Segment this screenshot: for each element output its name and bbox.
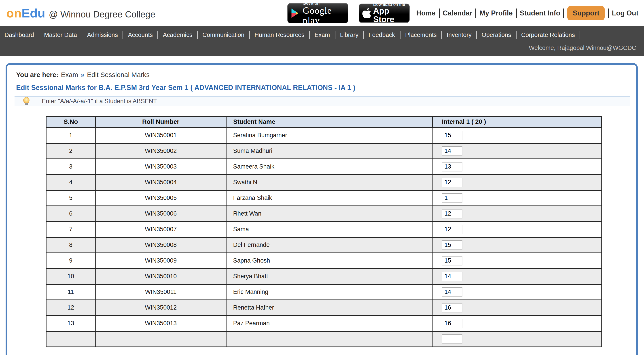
- menu-item-exam[interactable]: Exam: [314, 32, 330, 39]
- roll-number-cell: [96, 331, 226, 347]
- menu-item-accounts[interactable]: Accounts: [128, 32, 153, 39]
- sno-cell: 2: [46, 143, 96, 159]
- top-nav-home[interactable]: Home: [416, 9, 436, 17]
- student-name-cell: Del Fernande: [226, 237, 433, 253]
- menu-separator: [516, 31, 516, 39]
- roll-number-cell: WIN350009: [96, 253, 226, 269]
- mark-input[interactable]: [442, 146, 462, 156]
- sno-cell: 10: [46, 269, 96, 284]
- mark-input[interactable]: [442, 287, 462, 297]
- roll-number-cell: WIN350003: [96, 159, 226, 175]
- mark-input[interactable]: [442, 131, 462, 140]
- sno-cell: 12: [46, 300, 96, 316]
- top-nav-support[interactable]: Support: [567, 6, 605, 20]
- menu-separator: [158, 31, 158, 39]
- mark-input[interactable]: [442, 272, 462, 281]
- table-row: 12WIN350012Renetta Hafner: [46, 300, 602, 316]
- table-row: 8WIN350008Del Fernande: [46, 237, 602, 253]
- student-name-cell: Farzana Shaik: [226, 190, 433, 206]
- mark-input[interactable]: [442, 334, 462, 344]
- marks-table-body: 1WIN350001Serafina Bumgarner2WIN350002Su…: [46, 128, 602, 347]
- breadcrumb-separator-icon: »: [80, 71, 84, 79]
- mark-input[interactable]: [442, 162, 462, 171]
- mark-cell: [433, 331, 602, 347]
- mark-input[interactable]: [442, 209, 462, 218]
- menu-separator: [249, 31, 250, 39]
- mark-input[interactable]: [442, 193, 462, 203]
- student-name-cell: Eric Manning: [226, 284, 433, 300]
- mark-cell: [433, 253, 602, 269]
- mark-input[interactable]: [442, 240, 462, 250]
- menu-item-feedback[interactable]: Feedback: [368, 32, 395, 39]
- top-nav-calendar[interactable]: Calendar: [443, 9, 472, 17]
- sno-cell: 7: [46, 222, 96, 237]
- table-row: 1WIN350001Serafina Bumgarner: [46, 128, 602, 143]
- table-row: 6WIN350006Rhett Wan: [46, 206, 602, 222]
- menu-separator: [309, 31, 310, 39]
- apple-icon: [362, 7, 371, 20]
- menu-separator: [335, 31, 336, 39]
- sno-cell: 3: [46, 159, 96, 175]
- breadcrumb-prefix: You are here:: [16, 71, 58, 79]
- mark-cell: [433, 190, 602, 206]
- top-nav-student-info[interactable]: Student Info: [520, 9, 560, 17]
- hint-bar: Enter "A/a/-A/-a/-1" if a Student is ABS…: [14, 97, 630, 106]
- mark-input[interactable]: [442, 319, 462, 328]
- menu-item-communication[interactable]: Communication: [202, 32, 244, 39]
- student-name-cell: Rhett Wan: [226, 206, 433, 222]
- menu-separator: [442, 31, 442, 39]
- sno-cell: 11: [46, 284, 96, 300]
- table-header-row: S.NoRoll NumberStudent NameInternal 1 ( …: [46, 116, 602, 128]
- top-nav-my-profile[interactable]: My Profile: [480, 9, 512, 17]
- mark-cell: [433, 269, 602, 284]
- menu-item-academics[interactable]: Academics: [163, 32, 192, 39]
- sno-cell: 8: [46, 237, 96, 253]
- mark-input[interactable]: [442, 303, 462, 312]
- menu-separator: [476, 31, 477, 39]
- google-play-badge[interactable]: Get it on Google play: [287, 3, 348, 23]
- content-panel: You are here: Exam » Edit Sessional Mark…: [6, 63, 638, 355]
- sno-cell: 13: [46, 316, 96, 331]
- brand-logo[interactable]: onEdu @ Winnou Degree College: [6, 6, 156, 20]
- sno-cell: 6: [46, 206, 96, 222]
- menu-item-operations[interactable]: Operations: [482, 32, 511, 39]
- roll-number-cell: WIN350002: [96, 143, 226, 159]
- menu-item-library[interactable]: Library: [340, 32, 359, 39]
- app-header: onEdu @ Winnou Degree College Get it on …: [0, 0, 644, 26]
- table-row: 4WIN350004Swathi N: [46, 175, 602, 190]
- menu-separator: [39, 31, 39, 39]
- roll-number-cell: WIN350004: [96, 175, 226, 190]
- roll-number-cell: WIN350013: [96, 316, 226, 331]
- menu-item-corporate-relations[interactable]: Corporate Relations: [521, 32, 575, 39]
- table-row: 9WIN350009Sapna Ghosh: [46, 253, 602, 269]
- breadcrumb-section[interactable]: Exam: [61, 71, 78, 79]
- top-nav-separator: [563, 9, 564, 18]
- mark-input[interactable]: [442, 256, 462, 265]
- page-title: Edit Sessional Marks for B.A. E.P.SM 3rd…: [16, 84, 636, 92]
- marks-table: S.NoRoll NumberStudent NameInternal 1 ( …: [46, 116, 602, 347]
- mark-cell: [433, 316, 602, 331]
- app-store-badge[interactable]: Download on the App Store: [359, 4, 410, 23]
- roll-number-cell: WIN350008: [96, 237, 226, 253]
- menu-item-placements[interactable]: Placements: [405, 32, 437, 39]
- menu-separator: [82, 31, 82, 39]
- student-name-cell: Suma Madhuri: [226, 143, 433, 159]
- menu-item-admissions[interactable]: Admissions: [87, 32, 118, 39]
- top-nav-separator: [608, 9, 609, 18]
- table-row: 7WIN350007Sama: [46, 222, 602, 237]
- breadcrumb: You are here: Exam » Edit Sessional Mark…: [16, 71, 636, 79]
- mark-input[interactable]: [442, 178, 462, 187]
- menu-item-master-data[interactable]: Master Data: [44, 32, 77, 39]
- top-nav: HomeCalendarMy ProfileStudent InfoSuppor…: [416, 6, 638, 20]
- menu-item-inventory[interactable]: Inventory: [447, 32, 472, 39]
- top-nav-log-out[interactable]: Log Out: [612, 9, 638, 17]
- roll-number-cell: WIN350007: [96, 222, 226, 237]
- top-nav-separator: [516, 9, 517, 18]
- menu-item-dashboard[interactable]: Dashboard: [4, 32, 34, 39]
- table-row: 5WIN350005Farzana Shaik: [46, 190, 602, 206]
- menu-item-human-resources[interactable]: Human Resources: [254, 32, 304, 39]
- roll-number-cell: WIN350001: [96, 128, 226, 143]
- mark-input[interactable]: [442, 225, 462, 234]
- menu-separator: [363, 31, 364, 39]
- student-name-cell: Renetta Hafner: [226, 300, 433, 316]
